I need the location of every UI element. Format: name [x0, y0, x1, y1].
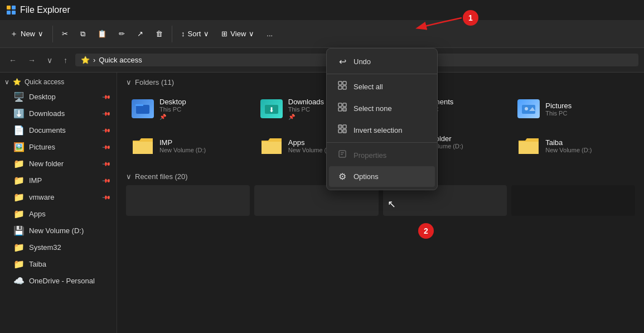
app-icon	[7, 6, 16, 15]
sidebar-item-documents[interactable]: 📄 Documents 📌	[2, 122, 114, 138]
pin-icon-2: 📌	[102, 109, 111, 118]
undo-icon: ↩	[337, 56, 348, 67]
folder-item-imp[interactable]: IMP New Volume (D:)	[126, 130, 249, 161]
menu-label-properties: Properties	[354, 151, 386, 160]
folder-name-pictures: Pictures	[545, 102, 572, 110]
recent-button[interactable]: ∨	[43, 54, 56, 67]
folder-pin-desktop: 📌	[159, 114, 186, 120]
sidebar-label-apps: Apps	[29, 210, 46, 218]
folder-icon-new: 📁	[13, 158, 25, 169]
sidebar-item-desktop[interactable]: 🖥️ Desktop 📌	[2, 89, 114, 105]
menu-item-undo[interactable]: ↩ Undo	[329, 51, 435, 72]
documents-icon: 📄	[13, 125, 25, 136]
folder-item-desktop[interactable]: Desktop This PC 📌	[126, 93, 249, 124]
new-button[interactable]: ＋ New ∨	[4, 26, 49, 42]
sort-icon: ↕	[181, 30, 185, 38]
pin-icon-5: 📌	[102, 159, 111, 168]
main-layout: ∨ ⭐ Quick access 🖥️ Desktop 📌 ⬇️ Downloa…	[0, 73, 644, 333]
sort-chevron-icon: ∨	[204, 30, 209, 38]
folder-info-taiba: Taiba New Volume (D:)	[545, 138, 592, 153]
svg-rect-18	[338, 103, 342, 107]
chevron-folders-icon: ∨	[126, 78, 132, 86]
sidebar-item-taiba[interactable]: 📁 Taiba	[2, 256, 114, 272]
sidebar-item-system32[interactable]: 📁 System32	[2, 239, 114, 255]
folder-icon-imp: 📁	[13, 175, 25, 186]
folder-icon-vmware: 📁	[13, 192, 25, 202]
svg-rect-25	[343, 129, 346, 133]
folder-info-desktop: Desktop This PC 📌	[159, 98, 186, 120]
cut-button[interactable]: ✂	[56, 26, 74, 41]
menu-label-undo: Undo	[354, 57, 371, 66]
folders-header-text: Folders (11)	[135, 78, 174, 86]
up-button[interactable]: ↑	[60, 54, 71, 67]
context-menu: ↩ Undo Select all Select none Invert sel…	[326, 48, 438, 190]
sidebar-label-imp: IMP	[29, 176, 42, 185]
sidebar-item-imp[interactable]: 📁 IMP 📌	[2, 172, 114, 189]
select-none-icon	[337, 103, 348, 114]
svg-rect-15	[343, 81, 346, 85]
sidebar-section-header[interactable]: ∨ ⭐ Quick access	[0, 76, 117, 88]
sidebar-item-new-volume[interactable]: 💾 New Volume (D:)	[2, 223, 114, 239]
sidebar-item-apps[interactable]: 📁 Apps	[2, 206, 114, 222]
sidebar-label-new-folder: New folder	[29, 160, 64, 168]
svg-point-12	[525, 107, 528, 110]
folder-icon-downloads: ⬇	[260, 99, 283, 118]
folder-item-taiba[interactable]: Taiba New Volume (D:)	[512, 130, 635, 161]
sidebar-item-vmware[interactable]: 📁 vmware 📌	[2, 189, 114, 205]
pictures-icon: 🖼️	[13, 142, 25, 152]
options-icon: ⚙	[337, 171, 348, 182]
recent-item-4[interactable]	[511, 185, 635, 216]
sidebar-label-pictures: Pictures	[29, 143, 55, 151]
menu-item-select-all[interactable]: Select all	[329, 76, 435, 97]
sort-button[interactable]: ↕ Sort ∨	[176, 26, 215, 41]
svg-rect-2	[7, 11, 11, 15]
breadcrumb-text: Quick access	[99, 56, 142, 64]
pin-icon-7: 📌	[102, 192, 111, 201]
plus-icon: ＋	[10, 29, 18, 39]
sidebar-item-downloads[interactable]: ⬇️ Downloads 📌	[2, 105, 114, 122]
rename-button[interactable]: ✏	[113, 26, 130, 41]
back-button[interactable]: ←	[6, 54, 20, 67]
copy-icon: ⧉	[80, 30, 85, 38]
view-button[interactable]: ⊞ View ∨	[216, 26, 260, 41]
folder-item-pictures[interactable]: Pictures This PC	[512, 93, 635, 124]
sidebar-section-label: Quick access	[25, 78, 64, 86]
folder-name-imp: IMP	[159, 138, 206, 147]
delete-button[interactable]: 🗑	[150, 26, 168, 41]
drive-icon: 💾	[13, 225, 25, 236]
sidebar-label-taiba: Taiba	[29, 260, 46, 268]
sidebar-label-new-volume: New Volume (D:)	[29, 226, 84, 235]
recent-item-1[interactable]	[126, 185, 250, 216]
folder-info-imp: IMP New Volume (D:)	[159, 138, 206, 153]
sidebar-item-pictures[interactable]: 🖼️ Pictures 📌	[2, 139, 114, 155]
share-icon: ↗	[137, 30, 143, 38]
folder-name-taiba: Taiba	[545, 138, 592, 147]
onedrive-icon: ☁️	[13, 276, 25, 286]
sidebar-item-onedrive[interactable]: ☁️ OneDrive - Personal	[2, 273, 114, 289]
menu-label-select-none: Select none	[354, 104, 392, 113]
recent-chevron-icon: ∨	[126, 172, 132, 181]
share-button[interactable]: ↗	[132, 26, 149, 41]
sidebar-chevron-icon: ∨	[4, 78, 9, 86]
folder-sub-downloads: This PC	[288, 106, 324, 113]
new-chevron-icon: ∨	[38, 30, 43, 38]
menu-item-invert[interactable]: Invert selection	[329, 119, 435, 141]
forward-button[interactable]: →	[25, 54, 39, 67]
folder-icon-pictures	[517, 99, 540, 118]
menu-label-select-all: Select all	[354, 83, 383, 91]
sidebar-item-new-folder[interactable]: 📁 New folder 📌	[2, 156, 114, 172]
separator-1	[52, 26, 53, 42]
menu-label-options: Options	[354, 172, 379, 181]
paste-button[interactable]: 📋	[92, 26, 112, 41]
downloads-icon: ⬇️	[13, 108, 25, 119]
svg-rect-3	[12, 11, 16, 15]
cut-icon: ✂	[62, 30, 68, 38]
more-button[interactable]: ...	[261, 26, 278, 41]
copy-button[interactable]: ⧉	[75, 26, 91, 42]
folder-info-downloads: Downloads This PC 📌	[288, 98, 324, 120]
pin-icon: 📌	[102, 92, 111, 101]
folder-icon-system32: 📁	[13, 242, 25, 253]
sidebar-label-onedrive: OneDrive - Personal	[29, 277, 95, 285]
menu-item-options[interactable]: ⚙ Options	[329, 166, 435, 187]
menu-item-select-none[interactable]: Select none	[329, 98, 435, 119]
